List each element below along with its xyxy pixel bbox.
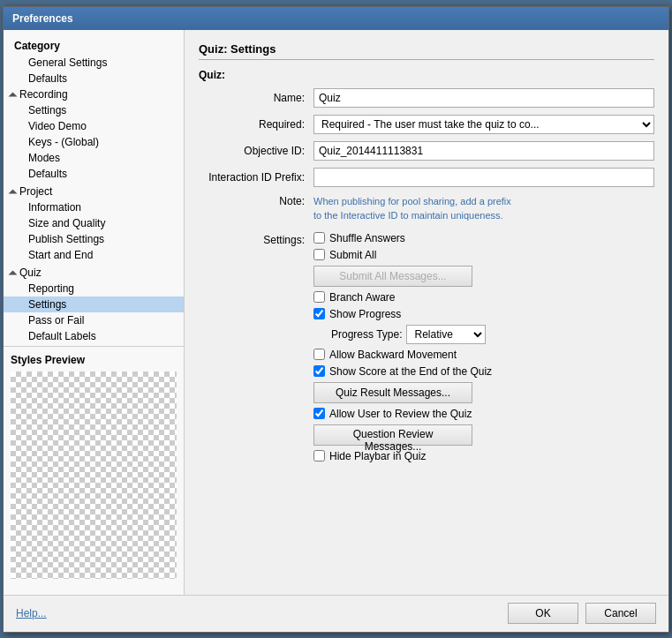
sidebar-group-header-project[interactable]: Project xyxy=(4,184,184,199)
sidebar-item-pass-fail[interactable]: Pass or Fail xyxy=(4,312,184,328)
question-review-messages-button[interactable]: Question Review Messages... xyxy=(313,424,472,446)
settings-row: Settings: Shuffle Answers Submit All S xyxy=(199,232,654,462)
submit-all-label[interactable]: Submit All xyxy=(329,249,376,261)
sidebar-group-header-quiz[interactable]: Quiz xyxy=(4,265,184,281)
sidebar: Category General Settings Defaults Recor… xyxy=(4,30,185,595)
footer-right: OK Cancel xyxy=(508,603,656,624)
title-bar: Preferences xyxy=(4,7,668,30)
preferences-dialog: Preferences Category General Settings De… xyxy=(3,6,669,633)
sidebar-item-start-end[interactable]: Start and End xyxy=(4,247,184,263)
allow-backward-label[interactable]: Allow Backward Movement xyxy=(329,349,457,361)
allow-review-checkbox[interactable] xyxy=(313,408,325,419)
sidebar-group-recording: Recording Settings Video Demo Keys - (Gl… xyxy=(4,86,184,182)
shuffle-answers-checkbox[interactable] xyxy=(313,232,325,244)
settings-label: Settings: xyxy=(199,232,313,246)
dialog-footer: Help... OK Cancel xyxy=(4,595,668,632)
note-label: Note: xyxy=(199,194,313,207)
progress-type-label: Progress Type: xyxy=(331,328,402,341)
sidebar-item-information[interactable]: Information xyxy=(4,199,184,215)
category-header: Category xyxy=(4,37,184,55)
allow-review-label[interactable]: Allow User to Review the Quiz xyxy=(329,408,472,420)
show-score-label[interactable]: Show Score at the End of the Quiz xyxy=(329,365,492,378)
interaction-id-label: Interaction ID Prefix: xyxy=(199,171,313,184)
shuffle-answers-row: Shuffle Answers xyxy=(313,232,654,244)
required-select[interactable]: Required - The user must take the quiz t… xyxy=(313,115,654,134)
triangle-icon xyxy=(9,270,18,274)
show-progress-label[interactable]: Show Progress xyxy=(329,308,401,320)
hide-playbar-label[interactable]: Hide Playbar in Quiz xyxy=(329,450,426,462)
hide-playbar-checkbox[interactable] xyxy=(313,450,325,462)
quiz-subtitle: Quiz: xyxy=(199,69,654,81)
sidebar-item-general-settings[interactable]: General Settings xyxy=(4,55,184,71)
show-score-row: Show Score at the End of the Quiz xyxy=(313,365,654,378)
sidebar-item-size-quality[interactable]: Size and Quality xyxy=(4,215,184,231)
objective-id-row: Objective ID: xyxy=(199,141,654,161)
settings-content: Shuffle Answers Submit All Submit All Me… xyxy=(313,232,654,462)
sidebar-item-keys-global[interactable]: Keys - (Global) xyxy=(4,134,184,150)
submit-all-checkbox[interactable] xyxy=(313,249,325,260)
sidebar-item-modes[interactable]: Modes xyxy=(4,150,184,166)
submit-all-row: Submit All xyxy=(313,249,654,261)
progress-type-select[interactable]: Relative Absolute xyxy=(406,325,486,344)
interaction-id-row: Interaction ID Prefix: xyxy=(199,168,654,187)
cancel-button[interactable]: Cancel xyxy=(585,603,656,624)
allow-review-row: Allow User to Review the Quiz xyxy=(313,408,654,420)
name-label: Name: xyxy=(199,92,313,104)
required-row: Required: Required - The user must take … xyxy=(199,115,654,134)
sidebar-item-default-labels[interactable]: Default Labels xyxy=(4,328,184,344)
ok-button[interactable]: OK xyxy=(508,603,578,624)
dialog-body: Category General Settings Defaults Recor… xyxy=(4,30,668,595)
styles-preview: Styles Preview xyxy=(4,346,184,588)
sidebar-item-reporting[interactable]: Reporting xyxy=(4,281,184,296)
note-row: Note: When publishing for pool sharing, … xyxy=(199,194,654,223)
required-dropdown-wrapper: Required - The user must take the quiz t… xyxy=(313,115,654,134)
name-input[interactable] xyxy=(313,88,654,108)
sidebar-item-quiz-settings[interactable]: Settings xyxy=(4,296,184,312)
dialog-title: Preferences xyxy=(12,12,73,25)
required-label: Required: xyxy=(199,118,313,131)
triangle-icon xyxy=(9,92,18,96)
objective-id-label: Objective ID: xyxy=(199,145,313,157)
progress-type-row: Progress Type: Relative Absolute xyxy=(313,325,654,344)
help-link[interactable]: Help... xyxy=(16,607,47,619)
objective-id-input[interactable] xyxy=(313,141,654,161)
sidebar-item-recording-defaults[interactable]: Defaults xyxy=(4,166,184,182)
triangle-icon xyxy=(9,189,18,193)
styles-preview-canvas xyxy=(11,372,177,579)
note-text: When publishing for pool sharing, add a … xyxy=(313,194,654,223)
sidebar-group-header-recording[interactable]: Recording xyxy=(4,86,184,102)
sidebar-group-project: Project Information Size and Quality Pub… xyxy=(4,184,184,263)
hide-playbar-row: Hide Playbar in Quiz xyxy=(313,450,654,462)
submit-all-messages-button[interactable]: Submit All Messages... xyxy=(313,266,472,287)
sidebar-group-quiz: Quiz Reporting Settings Pass or Fail Def… xyxy=(4,265,184,344)
allow-backward-row: Allow Backward Movement xyxy=(313,349,654,361)
show-progress-row: Show Progress xyxy=(313,308,654,320)
branch-aware-row: Branch Aware xyxy=(313,291,654,304)
styles-preview-label: Styles Preview xyxy=(11,354,177,366)
section-title: Quiz: Settings xyxy=(199,42,654,60)
branch-aware-checkbox[interactable] xyxy=(313,291,325,303)
footer-left: Help... xyxy=(16,607,47,619)
main-content: Quiz: Settings Quiz: Name: Required: Req… xyxy=(185,30,668,595)
show-score-checkbox[interactable] xyxy=(313,365,325,377)
show-progress-checkbox[interactable] xyxy=(313,308,325,319)
quiz-result-messages-wrapper: Quiz Result Messages... xyxy=(313,382,654,403)
sidebar-item-video-demo[interactable]: Video Demo xyxy=(4,118,184,134)
branch-aware-label[interactable]: Branch Aware xyxy=(329,291,396,304)
sidebar-item-recording-settings[interactable]: Settings xyxy=(4,102,184,118)
interaction-id-input[interactable] xyxy=(313,168,654,187)
sidebar-item-publish-settings[interactable]: Publish Settings xyxy=(4,231,184,247)
question-review-messages-wrapper: Question Review Messages... xyxy=(313,424,654,446)
submit-all-messages-wrapper: Submit All Messages... xyxy=(313,266,654,287)
sidebar-item-defaults[interactable]: Defaults xyxy=(4,71,184,86)
allow-backward-checkbox[interactable] xyxy=(313,349,325,360)
shuffle-answers-label[interactable]: Shuffle Answers xyxy=(329,232,405,244)
name-row: Name: xyxy=(199,88,654,108)
quiz-result-messages-button[interactable]: Quiz Result Messages... xyxy=(313,382,472,403)
